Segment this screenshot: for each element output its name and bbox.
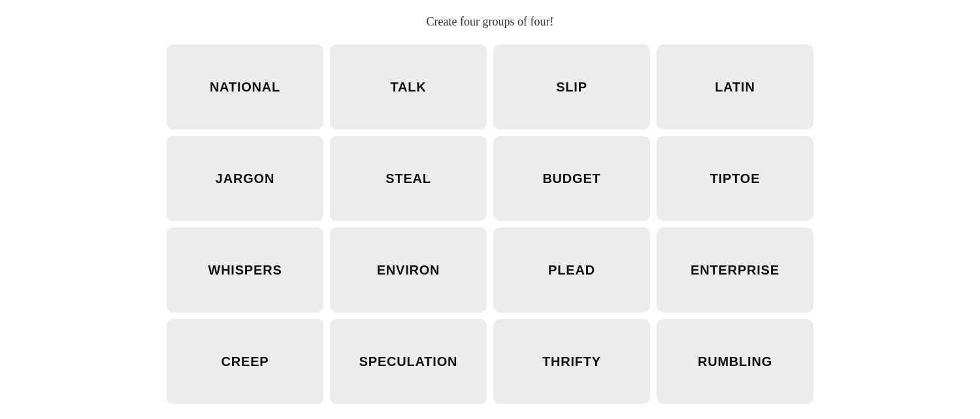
card-plead[interactable]: PLEAD [493, 227, 650, 312]
card-environ[interactable]: ENVIRON [330, 227, 487, 312]
card-jargon[interactable]: JARGON [167, 136, 323, 221]
subtitle: Create four groups of four! [427, 15, 554, 29]
card-label-jargon: JARGON [216, 171, 274, 186]
card-slip[interactable]: SLIP [493, 44, 650, 129]
card-thrifty[interactable]: THRIFTY [493, 319, 650, 404]
word-grid: NATIONALTALKSLIPLATINJARGONSTEALBUDGETTI… [167, 44, 813, 404]
card-label-rumbling: RUMBLING [698, 354, 772, 369]
card-label-latin: LATIN [715, 80, 755, 95]
card-talk[interactable]: TALK [330, 44, 487, 129]
card-creep[interactable]: CREEP [167, 319, 323, 404]
card-speculation[interactable]: SPECULATION [330, 319, 487, 404]
card-tiptoe[interactable]: TIPTOE [657, 136, 813, 221]
card-steal[interactable]: STEAL [330, 136, 487, 221]
card-enterprise[interactable]: ENTERPRISE [657, 227, 813, 312]
card-national[interactable]: NATIONAL [167, 44, 323, 129]
card-label-creep: CREEP [221, 354, 269, 369]
card-latin[interactable]: LATIN [657, 44, 813, 129]
card-label-tiptoe: TIPTOE [710, 171, 760, 186]
card-label-national: NATIONAL [210, 80, 280, 95]
card-label-plead: PLEAD [548, 263, 595, 278]
card-label-budget: BUDGET [542, 171, 600, 186]
card-label-slip: SLIP [556, 80, 587, 95]
card-whispers[interactable]: WHISPERS [167, 227, 323, 312]
card-label-thrifty: THRIFTY [542, 354, 601, 369]
card-label-steal: STEAL [385, 171, 431, 186]
card-label-environ: ENVIRON [377, 263, 440, 278]
card-budget[interactable]: BUDGET [493, 136, 650, 221]
card-label-enterprise: ENTERPRISE [691, 263, 779, 278]
card-label-talk: TALK [390, 80, 426, 95]
card-rumbling[interactable]: RUMBLING [657, 319, 813, 404]
card-label-whispers: WHISPERS [208, 263, 282, 278]
card-label-speculation: SPECULATION [359, 354, 458, 369]
